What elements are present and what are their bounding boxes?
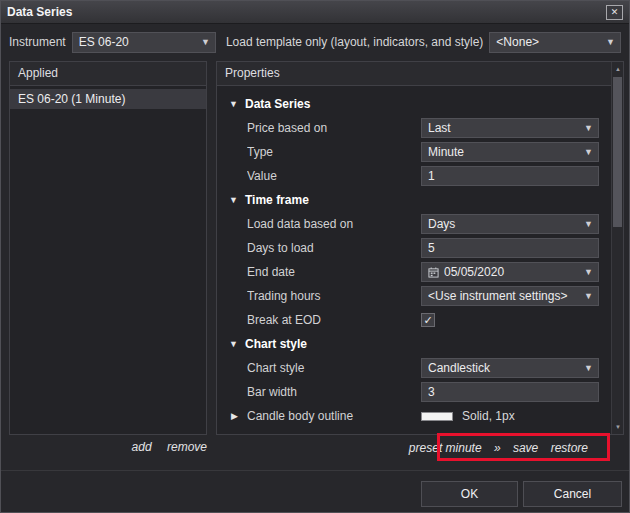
preset-bar: preset minute » save restore xyxy=(216,437,611,459)
dropdown-value: Last xyxy=(428,121,579,135)
property-label: Days to load xyxy=(247,241,421,255)
property-label: Bar width xyxy=(247,385,421,399)
chevron-down-icon: ▼ xyxy=(584,363,593,373)
property-row-chart-style: Chart style Candlestick ▼ xyxy=(217,356,611,380)
property-row-candle-body-outline: ▶ Candle body outline Solid, 1px xyxy=(217,404,611,428)
template-only-label: Load template only (layout, indicators, … xyxy=(226,35,483,49)
property-label: Load data based on xyxy=(247,217,421,231)
properties-body: ▼ Data Series Price based on Last ▼ Type… xyxy=(217,86,611,434)
type-dropdown[interactable]: Minute ▼ xyxy=(421,142,599,162)
property-row-bar-width: Bar width xyxy=(217,380,611,404)
calendar-icon xyxy=(428,267,439,278)
ok-button-label: OK xyxy=(461,487,478,501)
scroll-down-icon: ▼ xyxy=(615,424,621,430)
property-group-time-frame[interactable]: ▼ Time frame xyxy=(217,188,611,212)
check-icon: ✓ xyxy=(423,315,432,326)
property-label: Break at EOD xyxy=(247,313,421,327)
value-input[interactable] xyxy=(421,166,599,186)
chevron-down-icon: ▼ xyxy=(584,123,593,133)
remove-link[interactable]: remove xyxy=(167,440,207,454)
trading-hours-dropdown[interactable]: <Use instrument settings> ▼ xyxy=(421,286,599,306)
property-label: Value xyxy=(247,169,421,183)
add-link[interactable]: add xyxy=(132,440,152,454)
property-row-days-to-load: Days to load xyxy=(217,236,611,260)
property-group-label: Data Series xyxy=(245,97,310,111)
chevron-down-icon: ▼ xyxy=(584,219,593,229)
line-style-swatch xyxy=(421,412,453,421)
title-bar[interactable]: Data Series ✕ xyxy=(1,1,629,24)
end-date-picker[interactable]: 05/05/2020 ▼ xyxy=(421,262,599,282)
price-based-on-dropdown[interactable]: Last ▼ xyxy=(421,118,599,138)
applied-panel: Applied ES 06-20 (1 Minute) xyxy=(9,61,207,435)
property-group-label: Time frame xyxy=(245,193,309,207)
close-icon: ✕ xyxy=(611,8,619,17)
scroll-thumb[interactable] xyxy=(613,77,622,227)
scroll-up-icon: ▲ xyxy=(615,66,621,72)
scroll-down-button[interactable]: ▼ xyxy=(612,420,624,434)
save-link[interactable]: save xyxy=(513,441,538,455)
collapse-caret-icon: ▼ xyxy=(229,339,245,349)
collapse-caret-icon: ▼ xyxy=(229,195,245,205)
days-to-load-input[interactable] xyxy=(421,238,599,258)
collapse-caret-icon: ▼ xyxy=(229,99,245,109)
data-series-dialog: Data Series ✕ Instrument ES 06-20 ▼ Load… xyxy=(0,0,630,513)
chevron-down-icon: ▼ xyxy=(201,37,210,47)
instrument-dropdown[interactable]: ES 06-20 ▼ xyxy=(72,32,216,53)
cancel-button-label: Cancel xyxy=(554,487,591,501)
preset-separator: » xyxy=(494,441,501,455)
applied-list-item[interactable]: ES 06-20 (1 Minute) xyxy=(10,89,206,109)
dropdown-value: <Use instrument settings> xyxy=(428,289,579,303)
cancel-button[interactable]: Cancel xyxy=(523,481,622,507)
dropdown-value: Minute xyxy=(428,145,579,159)
properties-panel: Properties ▼ Data Series Price based on … xyxy=(216,61,624,435)
instrument-dropdown-value: ES 06-20 xyxy=(79,35,196,49)
property-row-break-at-eod: Break at EOD ✓ xyxy=(217,308,611,332)
expand-caret-icon[interactable]: ▶ xyxy=(231,411,247,421)
load-data-based-on-dropdown[interactable]: Days ▼ xyxy=(421,214,599,234)
window-title: Data Series xyxy=(7,5,72,19)
property-row-load-data-based-on: Load data based on Days ▼ xyxy=(217,212,611,236)
chevron-down-icon: ▼ xyxy=(584,147,593,157)
properties-scrollbar[interactable]: ▲ ▼ xyxy=(611,62,623,434)
ok-button[interactable]: OK xyxy=(421,481,518,507)
preset-minute-link[interactable]: preset minute xyxy=(409,441,482,455)
applied-actions: add remove xyxy=(9,440,207,454)
property-label: Candle body outline xyxy=(247,409,421,423)
property-group-label: Chart style xyxy=(245,337,307,351)
property-row-end-date: End date 05/05/2020 xyxy=(217,260,611,284)
restore-link[interactable]: restore xyxy=(551,441,588,455)
candle-body-outline-editor[interactable]: Solid, 1px xyxy=(421,409,599,423)
chevron-down-icon: ▼ xyxy=(584,267,593,277)
bar-width-input[interactable] xyxy=(421,382,599,402)
instrument-label: Instrument xyxy=(9,35,66,49)
property-label: Price based on xyxy=(247,121,421,135)
properties-header: Properties xyxy=(217,62,611,86)
chart-style-dropdown[interactable]: Candlestick ▼ xyxy=(421,358,599,378)
toolbar: Instrument ES 06-20 ▼ Load template only… xyxy=(9,31,621,53)
break-at-eod-checkbox[interactable]: ✓ xyxy=(421,313,435,327)
property-row-price-based-on: Price based on Last ▼ xyxy=(217,116,611,140)
line-style-value: Solid, xyxy=(462,433,492,434)
property-group-data-series[interactable]: ▼ Data Series xyxy=(217,92,611,116)
scroll-up-button[interactable]: ▲ xyxy=(612,62,624,76)
chevron-down-icon: ▼ xyxy=(606,37,615,47)
property-label: Type xyxy=(247,145,421,159)
template-dropdown[interactable]: <None> ▼ xyxy=(489,32,621,53)
property-label: Trading hours xyxy=(247,289,421,303)
line-style-value: Solid, 1px xyxy=(462,409,515,423)
dropdown-value: Days xyxy=(428,217,579,231)
property-label: End date xyxy=(247,265,421,279)
line-style-editor[interactable]: Solid, xyxy=(421,433,599,434)
footer-separator xyxy=(1,470,629,471)
property-row-trading-hours: Trading hours <Use instrument settings> … xyxy=(217,284,611,308)
end-date-value: 05/05/2020 xyxy=(444,265,579,279)
property-row-type: Type Minute ▼ xyxy=(217,140,611,164)
property-row-value: Value xyxy=(217,164,611,188)
close-button[interactable]: ✕ xyxy=(606,5,623,20)
chevron-down-icon: ▼ xyxy=(584,291,593,301)
dropdown-value: Candlestick xyxy=(428,361,579,375)
property-group-chart-style[interactable]: ▼ Chart style xyxy=(217,332,611,356)
template-dropdown-value: <None> xyxy=(496,35,601,49)
property-row-clipped: ▶ Solid, xyxy=(217,428,611,434)
applied-header: Applied xyxy=(10,62,206,86)
